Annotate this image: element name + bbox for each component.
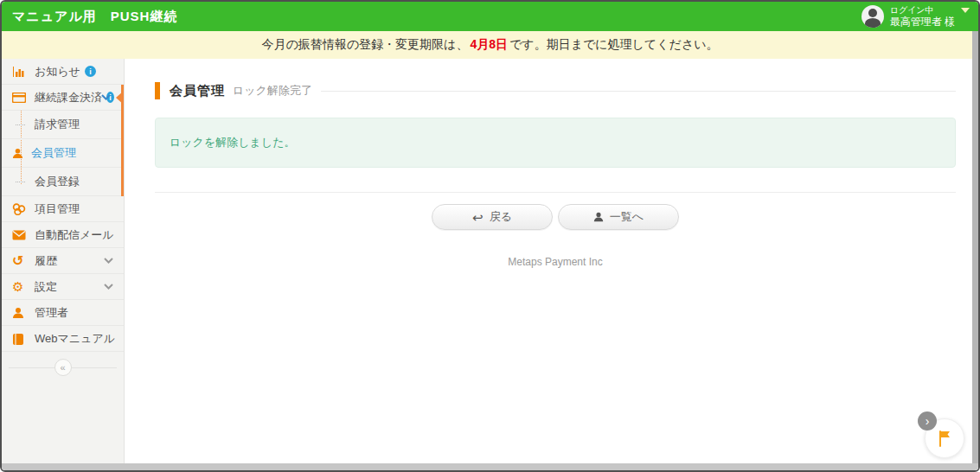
sidebar-subitem-member-management[interactable]: 会員管理 (2, 139, 121, 168)
notice-text-prefix: 今月の振替情報の登録・変更期限は、 (261, 37, 468, 53)
notice-deadline: 4月8日 (470, 37, 508, 53)
page-subtitle: ロック解除完了 (233, 83, 312, 99)
success-message-text: ロックを解除しました。 (170, 136, 295, 149)
sidebar-item-label: Webマニュアル (35, 331, 115, 347)
sidebar-collapse-button[interactable]: « (54, 359, 72, 376)
divider (155, 192, 956, 193)
active-marker-arrow-icon (116, 91, 124, 105)
sidebar-item-label: 会員登録 (35, 174, 80, 189)
sidebar-item-label: 項目管理 (35, 201, 80, 217)
main-content: 会員管理 ロック解除完了 ロックを解除しました。 ↩ 戻る 一覧へ (125, 59, 978, 470)
divider (321, 91, 956, 92)
chevron-right-badge[interactable]: › (918, 411, 937, 431)
sidebar-item-label: 自動配信メール (35, 227, 114, 243)
submenu: 請求管理 会員管理 会員登録 (2, 111, 121, 196)
coins-icon (12, 203, 35, 215)
accent-bar (155, 82, 160, 99)
page-title: 会員管理 (170, 83, 225, 99)
notice-text-suffix: です。期日までに処理してください。 (509, 37, 719, 53)
success-message: ロックを解除しました。 (155, 118, 956, 168)
sidebar-item-label: 請求管理 (35, 117, 80, 132)
sidebar-collapse-row: « (2, 352, 124, 383)
credit-card-icon (12, 92, 35, 103)
history-icon: ↺ (12, 252, 35, 269)
sidebar-item-history[interactable]: ↺ 履歴 (2, 248, 124, 274)
sidebar-item-item-management[interactable]: 項目管理 (2, 196, 124, 222)
to-list-button[interactable]: 一覧へ (558, 204, 679, 230)
sidebar-item-recurring-billing[interactable]: 継続課金決済 i (2, 85, 121, 111)
button-row: ↩ 戻る 一覧へ (155, 204, 956, 230)
chevron-right-icon: › (926, 414, 930, 428)
sidebar-item-auto-mail[interactable]: 自動配信メール (2, 222, 124, 248)
chevron-down-icon (104, 258, 113, 264)
chevron-down-icon (104, 284, 113, 290)
sidebar-item-administrator[interactable]: 管理者 (2, 300, 124, 326)
login-status: ログイン中 (890, 4, 955, 16)
avatar-head (868, 9, 877, 17)
app-window: マニュアル用 PUSH継続 ログイン中 最高管理者 様 今月の振替情報の登録・変… (0, 0, 980, 472)
back-button-label: 戻る (490, 209, 512, 225)
chevron-down-icon[interactable] (101, 94, 111, 100)
person-icon (12, 307, 35, 319)
sidebar-subitem-member-registration[interactable]: 会員登録 (2, 168, 121, 196)
to-list-button-label: 一覧へ (610, 209, 644, 225)
gear-icon: ⚙ (12, 279, 35, 295)
info-icon[interactable]: i (85, 66, 96, 77)
sidebar-item-label: 会員管理 (31, 145, 76, 161)
notice-bar: 今月の振替情報の登録・変更期限は、 4月8日 です。期日までに処理してください。 (2, 31, 978, 59)
user-text: ログイン中 最高管理者 様 (890, 4, 955, 29)
chevron-down-icon (961, 8, 970, 13)
submenu-stub (16, 182, 25, 182)
app-header: マニュアル用 PUSH継続 ログイン中 最高管理者 様 (2, 2, 978, 31)
avatar-torso (865, 18, 881, 28)
footer-company: Metaps Payment Inc (155, 256, 956, 268)
sidebar-item-label: 設定 (35, 279, 57, 295)
app-title: マニュアル用 PUSH継続 (12, 9, 177, 25)
bar-chart-icon (12, 66, 35, 78)
sidebar-item-news[interactable]: お知らせ i (2, 59, 124, 85)
sidebar-item-label: 履歴 (35, 253, 57, 269)
submenu-stub (16, 124, 25, 125)
horizontal-scrollbar[interactable] (2, 463, 978, 470)
sidebar-item-label: お知らせ (35, 64, 80, 80)
page-header: 会員管理 ロック解除完了 (155, 82, 956, 99)
sidebar-subitem-billing-management[interactable]: 請求管理 (2, 111, 121, 139)
avatar (862, 5, 884, 28)
back-arrow-icon: ↩ (472, 211, 484, 224)
vertical-scrollbar[interactable] (972, 31, 978, 463)
book-icon (12, 333, 35, 345)
flag-icon (935, 429, 954, 448)
sidebar-item-label: 継続課金決済 (35, 90, 102, 105)
user-name: 最高管理者 様 (890, 16, 955, 29)
envelope-icon (12, 230, 35, 240)
user-menu[interactable]: ログイン中 最高管理者 様 (862, 4, 970, 29)
sidebar: お知らせ i 継続課金決済 i (2, 59, 125, 470)
person-icon (12, 148, 31, 159)
person-icon (593, 211, 604, 224)
back-button[interactable]: ↩ 戻る (432, 204, 553, 230)
sidebar-item-label: 管理者 (35, 305, 68, 321)
sidebar-item-web-manual[interactable]: Webマニュアル (2, 326, 124, 352)
sidebar-item-settings[interactable]: ⚙ 設定 (2, 274, 124, 300)
active-menu-section: 継続課金決済 i 請求管理 会 (2, 85, 124, 196)
